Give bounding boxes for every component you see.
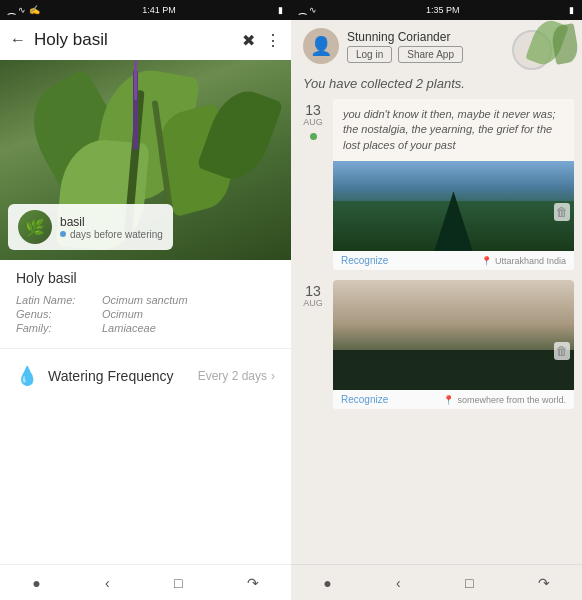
left-top-bar: ← Holy basil ✖ ⋮ <box>0 20 291 60</box>
recognize-link-2[interactable]: Recognize <box>341 394 388 405</box>
taxonomy-table: Latin Name: Ocimum sanctum Genus: Ocimum… <box>16 294 275 334</box>
date-month-1: Aug <box>303 117 323 127</box>
feed-quote-1: you didn't know it then, maybe it never … <box>333 99 574 161</box>
feed-image-2: 🗑 <box>333 280 574 390</box>
right-nav-circle: ● <box>323 575 331 591</box>
feed-card-1: you didn't know it then, maybe it never … <box>333 99 574 270</box>
right-bottom-nav: ● ‹ □ ↷ <box>291 564 582 600</box>
date-num-1: 13 <box>305 103 321 117</box>
share-button[interactable]: ✖ <box>242 31 255 50</box>
right-back-nav[interactable]: ‹ <box>396 575 401 591</box>
signal-icon: ✍ <box>29 5 40 15</box>
left-status-icons: ⁔ ∿ ✍ <box>8 5 40 15</box>
right-wifi-icon: ∿ <box>309 5 317 15</box>
flower-spike <box>133 70 138 150</box>
back-nav-button[interactable]: ‹ <box>105 575 110 591</box>
wifi-icon: ∿ <box>18 5 26 15</box>
nav-circle: ● <box>32 575 40 591</box>
deco-leaf-2 <box>550 23 580 65</box>
scene-image-2 <box>333 280 574 390</box>
profile-name: Stunning Coriander <box>347 30 463 44</box>
left-panel: ⁔ ∿ ✍ 1:41 PM ▮ ← Holy basil ✖ ⋮ <box>0 0 291 600</box>
genus-value: Ocimum <box>102 308 143 320</box>
watering-section[interactable]: 💧 Watering Frequency Every 2 days › <box>0 357 291 395</box>
share-app-button[interactable]: Share App <box>398 46 463 63</box>
location-text-2: somewhere from the world. <box>457 395 566 405</box>
water-drop-icon: 💧 <box>16 365 38 387</box>
water-dot <box>60 231 66 237</box>
latin-value: Ocimum sanctum <box>102 294 188 306</box>
right-panel: ⁔ ∿ 1:35 PM ▮ 👤 Stunning Coriander Log i… <box>291 0 582 600</box>
profile-info: Stunning Coriander Log in Share App <box>347 30 463 63</box>
status-bar-right: ⁔ ∿ 1:35 PM ▮ <box>291 0 582 20</box>
page-title: Holy basil <box>34 30 108 50</box>
feed-image-1: 🗑 <box>333 161 574 251</box>
genus-label: Genus: <box>16 308 96 320</box>
common-name: Holy basil <box>16 270 275 286</box>
right-home-nav[interactable]: □ <box>465 575 473 591</box>
feed-date-1: 13 Aug <box>299 99 327 140</box>
right-bluetooth-icon: ⁔ <box>299 5 306 15</box>
right-battery-icon: ▮ <box>569 5 574 15</box>
home-nav-button[interactable]: □ <box>174 575 182 591</box>
genus-row: Genus: Ocimum <box>16 308 275 320</box>
leaf-4 <box>196 82 283 187</box>
bluetooth-icon: ⁔ <box>8 5 15 15</box>
location-tag-2: 📍 somewhere from the world. <box>443 395 566 405</box>
left-time: 1:41 PM <box>142 5 176 15</box>
feed-item-1: 13 Aug you didn't know it then, maybe it… <box>299 99 574 270</box>
avatar: 👤 <box>303 28 339 64</box>
login-button[interactable]: Log in <box>347 46 392 63</box>
watering-value-text: Every 2 days <box>198 369 267 383</box>
family-row: Family: Lamiaceae <box>16 322 275 334</box>
right-header: 👤 Stunning Coriander Log in Share App <box>291 20 582 72</box>
avatar: 🌿 <box>18 210 52 244</box>
plant-hero-image: 🌿 basil days before watering <box>0 60 291 260</box>
feed-item-2: 13 Aug 🗑 Recognize 📍 somewhere from the … <box>299 280 574 409</box>
right-time: 1:35 PM <box>426 5 460 15</box>
right-status-icons: ⁔ ∿ <box>299 5 317 15</box>
feed-card-2: 🗑 Recognize 📍 somewhere from the world. <box>333 280 574 409</box>
date-num-2: 13 <box>305 284 321 298</box>
more-button[interactable]: ⋮ <box>265 31 281 50</box>
family-value: Lamiaceae <box>102 322 156 334</box>
location-tag-1: 📍 Uttarakhand India <box>481 256 566 266</box>
plant-info-text: basil days before watering <box>60 215 163 240</box>
back-button[interactable]: ← <box>10 31 26 49</box>
latin-row: Latin Name: Ocimum sanctum <box>16 294 275 306</box>
feed-footer-1: Recognize 📍 Uttarakhand India <box>333 251 574 270</box>
recognize-link-1[interactable]: Recognize <box>341 255 388 266</box>
decorative-leaves <box>502 20 582 80</box>
right-battery: ▮ <box>569 5 574 15</box>
watering-days-text: days before watering <box>70 229 163 240</box>
divider-1 <box>0 348 291 349</box>
feed-footer-2: Recognize 📍 somewhere from the world. <box>333 390 574 409</box>
delete-button-2[interactable]: 🗑 <box>554 342 570 360</box>
recent-nav-button[interactable]: ↷ <box>247 575 259 591</box>
location-pin-icon-2: 📍 <box>443 395 454 405</box>
plant-card-name: basil <box>60 215 163 229</box>
watering-info: days before watering <box>60 229 163 240</box>
plant-info-card: 🌿 basil days before watering <box>8 204 173 250</box>
family-label: Family: <box>16 322 96 334</box>
top-bar-actions: ✖ ⋮ <box>242 31 281 50</box>
chevron-right-icon: › <box>271 369 275 383</box>
delete-button-1[interactable]: 🗑 <box>554 203 570 221</box>
right-recent-nav[interactable]: ↷ <box>538 575 550 591</box>
watering-frequency-value: Every 2 days › <box>198 369 275 383</box>
plant-details: Holy basil Latin Name: Ocimum sanctum Ge… <box>0 260 291 340</box>
activity-dot-1 <box>310 133 317 140</box>
left-bottom-nav: ● ‹ □ ↷ <box>0 564 291 600</box>
location-text-1: Uttarakhand India <box>495 256 566 266</box>
left-battery-icons: ▮ <box>278 5 283 15</box>
watering-frequency-label: Watering Frequency <box>48 368 188 384</box>
feed-scroll[interactable]: 13 Aug you didn't know it then, maybe it… <box>291 99 582 600</box>
date-month-2: Aug <box>303 298 323 308</box>
location-pin-icon-1: 📍 <box>481 256 492 266</box>
feed-date-2: 13 Aug <box>299 280 327 308</box>
profile-actions: Log in Share App <box>347 46 463 63</box>
top-bar-left: ← Holy basil <box>10 30 108 50</box>
scene-image-1 <box>333 161 574 251</box>
latin-label: Latin Name: <box>16 294 96 306</box>
battery-icon: ▮ <box>278 5 283 15</box>
